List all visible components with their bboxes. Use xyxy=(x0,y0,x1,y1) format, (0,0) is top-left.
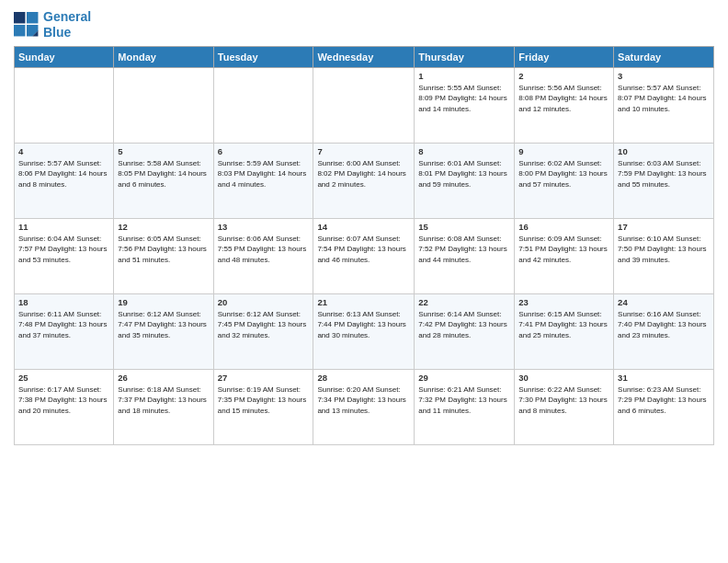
logo-icon xyxy=(14,12,40,38)
day-cell: 11Sunrise: 6:04 AM Sunset: 7:57 PM Dayli… xyxy=(15,218,114,293)
day-number: 27 xyxy=(218,373,310,383)
page-container: General Blue SundayMondayTuesdayWednesda… xyxy=(0,0,728,454)
day-cell: 13Sunrise: 6:06 AM Sunset: 7:55 PM Dayli… xyxy=(213,218,313,293)
day-number: 24 xyxy=(618,297,710,307)
day-cell: 24Sunrise: 6:16 AM Sunset: 7:40 PM Dayli… xyxy=(614,293,714,369)
day-info: Sunrise: 6:14 AM Sunset: 7:42 PM Dayligh… xyxy=(418,309,510,341)
day-info: Sunrise: 6:16 AM Sunset: 7:40 PM Dayligh… xyxy=(618,309,710,341)
day-info: Sunrise: 6:15 AM Sunset: 7:41 PM Dayligh… xyxy=(518,309,609,341)
day-info: Sunrise: 6:13 AM Sunset: 7:44 PM Dayligh… xyxy=(317,309,410,341)
day-cell: 9Sunrise: 6:02 AM Sunset: 8:00 PM Daylig… xyxy=(515,143,614,218)
day-info: Sunrise: 6:02 AM Sunset: 8:00 PM Dayligh… xyxy=(518,158,609,190)
week-row-3: 11Sunrise: 6:04 AM Sunset: 7:57 PM Dayli… xyxy=(15,218,714,293)
day-cell: 4Sunrise: 5:57 AM Sunset: 8:06 PM Daylig… xyxy=(15,143,114,218)
week-row-5: 25Sunrise: 6:17 AM Sunset: 7:38 PM Dayli… xyxy=(15,369,714,444)
day-cell: 15Sunrise: 6:08 AM Sunset: 7:52 PM Dayli… xyxy=(415,218,515,293)
weekday-header-saturday: Saturday xyxy=(614,46,714,67)
day-info: Sunrise: 6:11 AM Sunset: 7:48 PM Dayligh… xyxy=(18,309,109,341)
day-info: Sunrise: 5:58 AM Sunset: 8:05 PM Dayligh… xyxy=(118,158,209,190)
day-info: Sunrise: 5:59 AM Sunset: 8:03 PM Dayligh… xyxy=(218,158,310,190)
day-cell xyxy=(213,67,313,143)
day-number: 21 xyxy=(317,297,410,307)
day-number: 26 xyxy=(118,373,209,383)
day-number: 17 xyxy=(618,222,710,232)
day-cell: 25Sunrise: 6:17 AM Sunset: 7:38 PM Dayli… xyxy=(15,369,114,444)
day-info: Sunrise: 6:22 AM Sunset: 7:30 PM Dayligh… xyxy=(518,385,609,417)
day-number: 13 xyxy=(218,222,310,232)
day-cell: 22Sunrise: 6:14 AM Sunset: 7:42 PM Dayli… xyxy=(415,293,515,369)
day-cell: 23Sunrise: 6:15 AM Sunset: 7:41 PM Dayli… xyxy=(515,293,614,369)
day-cell: 8Sunrise: 6:01 AM Sunset: 8:01 PM Daylig… xyxy=(415,143,515,218)
day-number: 4 xyxy=(18,146,109,156)
week-row-2: 4Sunrise: 5:57 AM Sunset: 8:06 PM Daylig… xyxy=(15,143,714,218)
weekday-header-row: SundayMondayTuesdayWednesdayThursdayFrid… xyxy=(15,46,714,67)
day-number: 25 xyxy=(18,373,109,383)
day-number: 2 xyxy=(518,71,609,81)
calendar: SundayMondayTuesdayWednesdayThursdayFrid… xyxy=(14,46,714,445)
day-cell: 29Sunrise: 6:21 AM Sunset: 7:32 PM Dayli… xyxy=(415,369,515,444)
weekday-header-monday: Monday xyxy=(114,46,213,67)
day-cell: 27Sunrise: 6:19 AM Sunset: 7:35 PM Dayli… xyxy=(213,369,313,444)
svg-rect-2 xyxy=(14,25,25,36)
day-cell xyxy=(15,67,114,143)
day-number: 14 xyxy=(317,222,410,232)
weekday-header-friday: Friday xyxy=(515,46,614,67)
weekday-header-sunday: Sunday xyxy=(15,46,114,67)
day-info: Sunrise: 6:23 AM Sunset: 7:29 PM Dayligh… xyxy=(618,385,710,417)
day-cell: 12Sunrise: 6:05 AM Sunset: 7:56 PM Dayli… xyxy=(114,218,213,293)
day-cell: 17Sunrise: 6:10 AM Sunset: 7:50 PM Dayli… xyxy=(614,218,714,293)
day-number: 9 xyxy=(518,146,609,156)
day-info: Sunrise: 6:04 AM Sunset: 7:57 PM Dayligh… xyxy=(18,234,109,266)
day-number: 23 xyxy=(518,297,609,307)
day-info: Sunrise: 6:09 AM Sunset: 7:51 PM Dayligh… xyxy=(518,234,609,266)
day-info: Sunrise: 6:00 AM Sunset: 8:02 PM Dayligh… xyxy=(317,158,410,190)
day-info: Sunrise: 6:06 AM Sunset: 7:55 PM Dayligh… xyxy=(218,234,310,266)
day-cell: 2Sunrise: 5:56 AM Sunset: 8:08 PM Daylig… xyxy=(515,67,614,143)
day-number: 8 xyxy=(418,146,510,156)
day-cell: 20Sunrise: 6:12 AM Sunset: 7:45 PM Dayli… xyxy=(213,293,313,369)
weekday-header-thursday: Thursday xyxy=(415,46,515,67)
day-info: Sunrise: 6:08 AM Sunset: 7:52 PM Dayligh… xyxy=(418,234,510,266)
day-number: 6 xyxy=(218,146,310,156)
day-cell: 1Sunrise: 5:55 AM Sunset: 8:09 PM Daylig… xyxy=(415,67,515,143)
day-number: 22 xyxy=(418,297,510,307)
day-info: Sunrise: 5:57 AM Sunset: 8:07 PM Dayligh… xyxy=(618,83,710,115)
day-number: 7 xyxy=(317,146,410,156)
day-info: Sunrise: 6:17 AM Sunset: 7:38 PM Dayligh… xyxy=(18,385,109,417)
day-info: Sunrise: 5:57 AM Sunset: 8:06 PM Dayligh… xyxy=(18,158,109,190)
day-info: Sunrise: 5:55 AM Sunset: 8:09 PM Dayligh… xyxy=(418,83,510,115)
day-number: 16 xyxy=(518,222,609,232)
day-info: Sunrise: 6:12 AM Sunset: 7:47 PM Dayligh… xyxy=(118,309,209,341)
day-cell xyxy=(313,67,415,143)
day-info: Sunrise: 6:10 AM Sunset: 7:50 PM Dayligh… xyxy=(618,234,710,266)
day-info: Sunrise: 6:01 AM Sunset: 8:01 PM Dayligh… xyxy=(418,158,510,190)
week-row-4: 18Sunrise: 6:11 AM Sunset: 7:48 PM Dayli… xyxy=(15,293,714,369)
weekday-header-tuesday: Tuesday xyxy=(213,46,313,67)
day-number: 20 xyxy=(218,297,310,307)
day-number: 11 xyxy=(18,222,109,232)
day-number: 12 xyxy=(118,222,209,232)
day-number: 18 xyxy=(18,297,109,307)
day-cell: 14Sunrise: 6:07 AM Sunset: 7:54 PM Dayli… xyxy=(313,218,415,293)
day-number: 29 xyxy=(418,373,510,383)
day-number: 30 xyxy=(518,373,609,383)
day-number: 28 xyxy=(317,373,410,383)
day-number: 5 xyxy=(118,146,209,156)
svg-rect-1 xyxy=(27,12,38,23)
day-number: 3 xyxy=(618,71,710,81)
week-row-1: 1Sunrise: 5:55 AM Sunset: 8:09 PM Daylig… xyxy=(15,67,714,143)
day-cell: 7Sunrise: 6:00 AM Sunset: 8:02 PM Daylig… xyxy=(313,143,415,218)
day-number: 15 xyxy=(418,222,510,232)
day-cell: 21Sunrise: 6:13 AM Sunset: 7:44 PM Dayli… xyxy=(313,293,415,369)
day-cell: 31Sunrise: 6:23 AM Sunset: 7:29 PM Dayli… xyxy=(614,369,714,444)
day-cell: 10Sunrise: 6:03 AM Sunset: 7:59 PM Dayli… xyxy=(614,143,714,218)
day-cell: 5Sunrise: 5:58 AM Sunset: 8:05 PM Daylig… xyxy=(114,143,213,218)
day-cell: 3Sunrise: 5:57 AM Sunset: 8:07 PM Daylig… xyxy=(614,67,714,143)
day-cell: 16Sunrise: 6:09 AM Sunset: 7:51 PM Dayli… xyxy=(515,218,614,293)
day-cell: 28Sunrise: 6:20 AM Sunset: 7:34 PM Dayli… xyxy=(313,369,415,444)
day-cell: 19Sunrise: 6:12 AM Sunset: 7:47 PM Dayli… xyxy=(114,293,213,369)
logo-text: General Blue xyxy=(43,9,91,40)
day-cell xyxy=(114,67,213,143)
day-cell: 30Sunrise: 6:22 AM Sunset: 7:30 PM Dayli… xyxy=(515,369,614,444)
header: General Blue xyxy=(14,9,714,40)
